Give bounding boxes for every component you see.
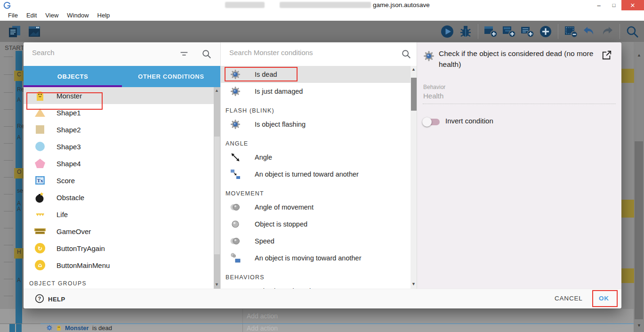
condition-item-speed[interactable]: Speed: [221, 233, 411, 250]
add-circle-icon[interactable]: [538, 24, 554, 40]
tab-other-conditions[interactable]: OTHER CONDITIONS: [122, 66, 220, 87]
behavior-field-value[interactable]: Health: [423, 92, 443, 100]
search-icon[interactable]: [401, 49, 411, 59]
object-item-gameover[interactable]: GameOver: [24, 223, 214, 240]
scroll-down-icon[interactable]: ▼: [637, 323, 641, 328]
help-icon: ?: [35, 294, 44, 305]
object-item-life[interactable]: ♥♥♥Life: [24, 206, 214, 223]
menu-view[interactable]: View: [41, 10, 63, 21]
object-label: Life: [56, 211, 68, 219]
invert-condition-toggle[interactable]: [424, 119, 440, 125]
object-list-scrollbar-thumb[interactable]: [214, 137, 220, 254]
add-action-link[interactable]: Add action: [247, 312, 278, 320]
scene-editor-icon[interactable]: [26, 24, 42, 40]
condition-label: Angle of movement: [255, 203, 314, 211]
object-item-shape2[interactable]: Shape2: [24, 121, 214, 138]
condition-search-input[interactable]: [228, 48, 386, 57]
speed-icon: [229, 235, 242, 247]
redo-icon[interactable]: [599, 24, 615, 40]
object-item-shape3[interactable]: Shape3: [24, 138, 214, 155]
object-moving-toward-icon: [229, 252, 242, 264]
toolbar-separator: [558, 24, 558, 39]
condition-item-is-just-damaged[interactable]: Is just damaged: [221, 83, 411, 100]
title-bar: game.json.autosave – □ ✕: [0, 0, 644, 10]
menu-edit[interactable]: Edit: [22, 10, 41, 21]
pentagon-shape-icon: [34, 157, 46, 170]
monster-mini-icon: [56, 324, 62, 332]
restore-icon[interactable]: □: [606, 0, 621, 10]
event-row: Add action: [0, 309, 634, 324]
condition-item-an-object-is-moving-toward-another[interactable]: An object is moving toward another: [221, 250, 411, 267]
close-icon[interactable]: ✕: [621, 0, 644, 10]
event-indent-bar: [16, 309, 22, 324]
object-chooser-panel: OBJECTSOTHER CONDITIONS MonsterShape1Sha…: [24, 42, 220, 289]
condition-label: Angle: [255, 154, 272, 161]
button-mainmenu-icon: ⌂: [34, 259, 46, 271]
toolbar: [0, 21, 644, 42]
object-list-scrollbar[interactable]: ▲ ▼: [214, 87, 220, 289]
event-tree-line: [4, 74, 13, 75]
button-tryagain-icon: ↻: [34, 242, 46, 254]
event-condition-text: is dead: [92, 324, 112, 332]
selected-event-row[interactable]: Monster is dead Add action: [0, 324, 634, 332]
object-label: Shape4: [56, 160, 81, 168]
object-search-input[interactable]: [31, 48, 169, 57]
condition-item-angle[interactable]: Angle: [221, 149, 411, 166]
condition-item-angle-of-movement[interactable]: Angle of movement: [221, 199, 411, 216]
search-toolbar-icon[interactable]: [624, 24, 640, 40]
scroll-up-icon[interactable]: ▲: [411, 67, 416, 72]
add-action-link[interactable]: Add action: [247, 324, 278, 332]
tab-objects[interactable]: OBJECTS: [24, 66, 122, 87]
condition-item-behavior-activated[interactable]: Behavior activated: [221, 283, 411, 289]
debug-icon[interactable]: [458, 24, 474, 40]
redacted-text-blob: [280, 2, 371, 8]
obstacle-bomb-icon: [34, 191, 46, 203]
object-item-shape4[interactable]: Shape4: [24, 155, 214, 172]
object-item-score[interactable]: TxScore: [24, 172, 214, 189]
menu-bar: FileEditViewWindowHelp: [0, 10, 644, 21]
svg-text:↻: ↻: [38, 245, 42, 252]
scroll-down-icon[interactable]: ▼: [215, 282, 219, 287]
object-item-buttonmainmenu[interactable]: ⌂ButtonMainMenu: [24, 257, 214, 274]
condition-label: Is object flashing: [255, 121, 306, 128]
condition-item-an-object-is-turned-toward-another[interactable]: An object is turned toward another: [221, 166, 411, 183]
object-label: Obstacle: [56, 194, 84, 202]
angle-arrow-icon: [229, 151, 242, 163]
cancel-button[interactable]: CANCEL: [555, 295, 583, 302]
play-icon[interactable]: [439, 24, 455, 40]
object-item-obstacle[interactable]: Obstacle: [24, 189, 214, 206]
menu-window[interactable]: Window: [63, 10, 93, 21]
search-icon[interactable]: [201, 49, 212, 59]
condition-item-is-object-flashing[interactable]: Is object flashing: [221, 116, 411, 133]
events-scrollbar-thumb[interactable]: [635, 141, 643, 319]
gameover-text-icon: [34, 225, 46, 237]
object-item-buttontryagain[interactable]: ↻ButtonTryAgain: [24, 240, 214, 257]
condition-item-object-is-stopped[interactable]: Object is stopped: [221, 216, 411, 233]
scroll-down-icon[interactable]: ▼: [411, 282, 416, 286]
condition-section-header: ANGLE: [221, 133, 411, 149]
event-indent-bar: [9, 324, 15, 332]
condition-list-scrollbar-thumb[interactable]: [411, 78, 417, 111]
app-window: game.json.autosave – □ ✕ FileEditViewWin…: [0, 0, 644, 332]
scroll-up-icon[interactable]: ▲: [637, 53, 641, 57]
object-stopped-icon: [229, 218, 242, 230]
add-event-icon[interactable]: [483, 24, 499, 40]
help-button[interactable]: ? HELP: [35, 294, 65, 305]
annotation-box-monster: [26, 92, 103, 110]
scroll-up-icon[interactable]: ▲: [215, 88, 219, 93]
condition-section-header: MOVEMENT: [221, 183, 411, 199]
filter-icon[interactable]: [179, 49, 189, 59]
toggle-thumb[interactable]: [422, 117, 432, 127]
menu-file[interactable]: File: [4, 10, 22, 21]
remove-event-icon[interactable]: [563, 24, 579, 40]
add-comment-icon[interactable]: [519, 24, 535, 40]
add-subevent-icon[interactable]: [501, 24, 517, 40]
minimize-icon[interactable]: –: [591, 0, 606, 10]
condition-section-header: FLASH (BLINK): [221, 100, 411, 116]
undo-icon[interactable]: [581, 24, 597, 40]
menu-help[interactable]: Help: [93, 10, 114, 21]
project-manager-icon[interactable]: [7, 24, 23, 40]
open-help-external-icon[interactable]: [602, 50, 612, 60]
behavior-field-label: Behavior: [423, 84, 445, 90]
condition-list-scrollbar[interactable]: ▲ ▼: [411, 66, 417, 289]
